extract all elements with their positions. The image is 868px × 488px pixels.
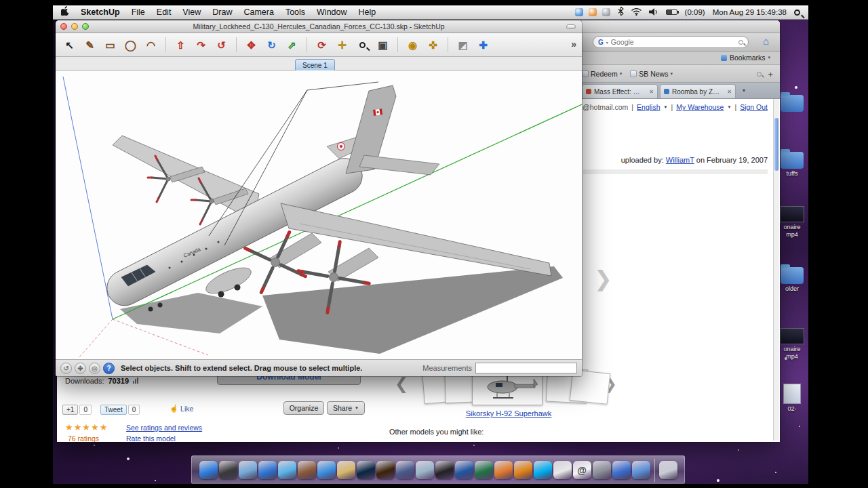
select-tool[interactable]: ↖ [61,37,78,54]
language-link[interactable]: English [637,103,660,111]
desktop-icon[interactable] [777,95,807,113]
wifi-icon[interactable] [631,6,642,18]
minimize-button[interactable] [71,23,78,30]
volume-icon[interactable] [649,6,658,18]
scrollbar-thumb[interactable] [774,118,778,171]
followme-tool[interactable]: ↷ [193,37,210,54]
offset-tool[interactable]: ↺ [213,37,230,54]
rate-model-link[interactable]: Rate this model [126,434,176,442]
star-icon[interactable]: ★ [91,422,100,432]
circle-tool[interactable]: ◯ [122,37,139,54]
dock-skype[interactable] [534,461,552,479]
modeling-viewport[interactable]: Canada [56,70,582,359]
organize-button[interactable]: Organize [283,401,324,415]
tweet-button[interactable]: Tweet [100,405,127,415]
search-icon[interactable] [738,40,743,45]
dock-downloads[interactable] [612,461,631,479]
language-caret-icon[interactable]: ▼ [664,105,668,109]
star-icon[interactable]: ★ [74,422,83,432]
new-tab-button[interactable]: + [768,69,773,79]
dock-excel[interactable] [475,461,493,479]
scale-tool[interactable]: ⇗ [283,37,300,54]
next-image-arrow[interactable]: ❯ [594,266,612,291]
dock-iphoto[interactable] [337,461,355,479]
sketchup-window[interactable]: Military_Lockheed_C-130_Hercules_Canadia… [56,20,582,376]
menu-app-name[interactable]: SketchUp [81,7,120,17]
star-icon[interactable]: ★ [100,422,108,432]
home-icon[interactable]: ⌂ [763,35,769,47]
like-button[interactable]: Like [180,405,193,413]
tab-close-button[interactable]: ✕ [649,89,654,95]
tab-list-button[interactable]: ▾ [743,87,745,94]
menu-camera[interactable]: Camera [243,7,273,17]
menubar-display-icon[interactable] [575,8,583,16]
bookmark-item-redeem[interactable]: Redeem▾ [582,70,622,78]
menu-edit[interactable]: Edit [157,7,172,17]
desktop-icon[interactable]: older [777,267,807,293]
dock-textedit[interactable] [553,461,572,479]
menu-draw[interactable]: Draw [212,7,232,17]
dock-vlc[interactable] [514,461,532,479]
dock-safari[interactable] [258,461,277,479]
menubar-app-icon-orange[interactable] [589,8,597,16]
orbit-nav-button[interactable]: ↺ [60,363,72,374]
see-ratings-link[interactable]: See ratings and reviews [126,424,202,432]
move-tool[interactable]: ✥ [243,37,260,54]
dock-quicktime[interactable] [396,461,414,479]
dock-itunes[interactable] [317,461,336,479]
scene-tab[interactable]: Scene 1 [295,59,335,70]
uploader-link[interactable]: WilliamT [666,156,694,164]
warehouse-caret-icon[interactable]: ▼ [727,105,731,109]
tab-mass-effect[interactable]: Mass Effect: …✕ [582,84,658,98]
rotate-tool[interactable]: ↻ [263,37,280,54]
toolbar-overflow-button[interactable]: » [571,39,576,49]
measurements-input[interactable] [475,363,577,373]
rectangle-tool[interactable]: ▭ [102,37,119,54]
dock-terminal[interactable] [435,461,454,479]
pushpull-tool[interactable]: ⇧ [172,37,189,54]
quick-search-icon[interactable] [757,72,762,77]
zoom-button[interactable] [82,23,89,30]
look-around-tool[interactable]: ✜ [425,37,441,54]
bookmark-item-sb-news[interactable]: SB News▾ [630,70,673,78]
dock-illustrator[interactable] [376,461,395,479]
battery-time[interactable]: (0:09) [685,8,705,16]
dock-documents[interactable] [632,461,650,479]
tab-roomba-by-z[interactable]: Roomba by Z…✕ [660,84,736,98]
my-warehouse-link[interactable]: My Warehouse [676,103,724,111]
orbit-tool[interactable]: ⟳ [313,37,330,54]
dock-ichat[interactable] [278,461,296,479]
menu-window[interactable]: Window [317,7,347,17]
sign-out-link[interactable]: Sign Out [740,103,768,111]
share-button[interactable]: Share ▼ [327,401,365,415]
dock-mail[interactable] [239,461,257,479]
dock-at-app[interactable]: @ [573,461,591,479]
dock-photoshop[interactable] [357,461,375,479]
arc-tool[interactable]: ◠ [142,37,159,54]
desktop-icon[interactable]: onairemp4 [777,206,807,239]
bookmarks-button[interactable]: Bookmarks ▾ [721,54,770,62]
menu-clock[interactable]: Mon Aug 29 15:49:38 [713,8,787,16]
rating-stars[interactable]: ★★★★★ [65,422,108,432]
bluetooth-icon[interactable] [618,6,624,18]
browser-scrollbar[interactable] [773,99,779,441]
carousel-prev-arrow[interactable]: ❮ [395,374,408,393]
dock-preview[interactable] [416,461,434,479]
pan-nav-button[interactable]: ✥ [75,363,86,374]
dock-firefox[interactable] [494,461,513,479]
axes-tool[interactable]: ✚ [475,37,492,54]
menu-file[interactable]: File [132,7,145,17]
stats-icon[interactable] [133,378,138,384]
section-plane-tool[interactable]: ◩ [454,37,471,54]
line-tool[interactable]: ✎ [81,37,98,54]
menubar-app-icon-gray[interactable] [602,8,610,16]
menu-view[interactable]: View [182,7,201,17]
related-model-link[interactable]: Sikorsky H-92 Superhawk [437,409,580,418]
dock-word[interactable] [455,461,473,479]
zoom-tool[interactable] [354,37,371,54]
close-button[interactable] [60,23,67,30]
star-icon[interactable]: ★ [82,422,91,432]
star-icon[interactable]: ★ [65,422,74,432]
dock-finder[interactable] [199,461,218,479]
search-input[interactable] [611,38,736,46]
